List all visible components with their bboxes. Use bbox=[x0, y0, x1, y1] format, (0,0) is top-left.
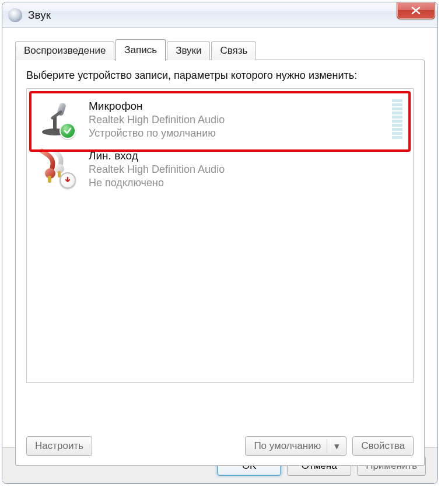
close-icon bbox=[411, 6, 421, 15]
configure-button[interactable]: Настроить bbox=[26, 436, 92, 456]
device-list[interactable]: Микрофон Realtek High Definition Audio У… bbox=[26, 88, 414, 383]
tabstrip: Воспроизведение Запись Звуки Связь bbox=[15, 39, 425, 60]
device-item[interactable]: Микрофон Realtek High Definition Audio У… bbox=[27, 91, 413, 144]
panel-buttons: Настроить По умолчанию ▾ Свойства bbox=[26, 436, 414, 456]
set-default-label: По умолчанию bbox=[254, 440, 321, 452]
device-name: Микрофон bbox=[89, 99, 392, 113]
device-text: Микрофон Realtek High Definition Audio У… bbox=[89, 98, 392, 141]
device-text: Лин. вход Realtek High Definition Audio … bbox=[89, 148, 405, 190]
microphone-icon bbox=[35, 98, 74, 137]
client-area: Воспроизведение Запись Звуки Связь Выбер… bbox=[2, 28, 438, 483]
close-button[interactable] bbox=[397, 2, 435, 19]
device-item[interactable]: Лин. вход Realtek High Definition Audio … bbox=[27, 144, 413, 194]
titlebar[interactable]: Звук bbox=[2, 2, 438, 28]
tab-playback[interactable]: Воспроизведение bbox=[15, 41, 114, 60]
line-in-icon bbox=[35, 148, 74, 186]
chevron-down-icon[interactable]: ▾ bbox=[331, 440, 342, 452]
tab-recording[interactable]: Запись bbox=[116, 39, 166, 61]
device-status: Устройство по умолчанию bbox=[89, 127, 392, 140]
unplugged-badge-icon bbox=[60, 172, 76, 189]
device-name: Лин. вход bbox=[89, 149, 405, 163]
device-driver: Realtek High Definition Audio bbox=[89, 113, 392, 127]
tab-communications[interactable]: Связь bbox=[211, 41, 256, 60]
tab-sounds[interactable]: Звуки bbox=[167, 41, 210, 60]
level-meter bbox=[392, 99, 402, 139]
set-default-button[interactable]: По умолчанию ▾ bbox=[245, 436, 346, 456]
sound-icon bbox=[8, 8, 22, 22]
window-title: Звук bbox=[28, 9, 51, 22]
svg-rect-5 bbox=[48, 176, 51, 183]
sound-dialog: Звук Воспроизведение Запись Звуки Связь … bbox=[2, 2, 438, 484]
device-driver: Realtek High Definition Audio bbox=[89, 163, 405, 176]
device-status: Не подключено bbox=[89, 176, 405, 190]
instruction-text: Выберите устройство записи, параметры ко… bbox=[26, 68, 414, 82]
properties-button[interactable]: Свойства bbox=[352, 436, 414, 456]
tab-panel-recording: Выберите устройство записи, параметры ко… bbox=[15, 60, 425, 466]
